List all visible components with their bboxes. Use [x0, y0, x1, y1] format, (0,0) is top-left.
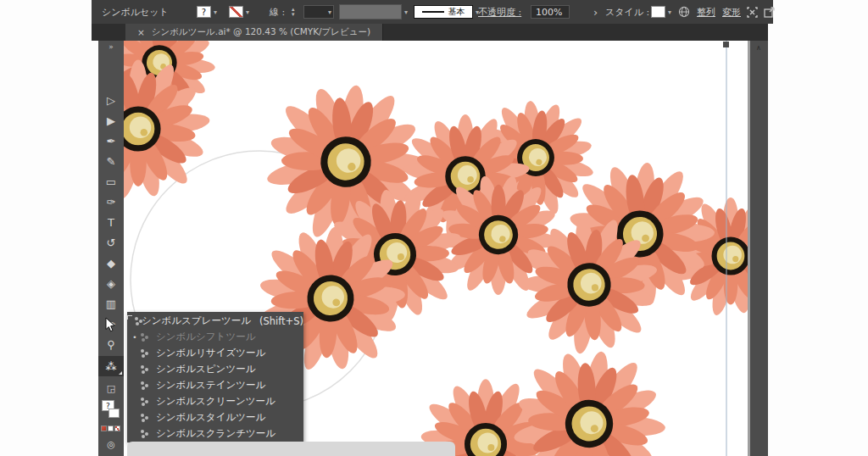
scroll-up-icon[interactable]: ∧: [756, 44, 761, 52]
document-tab[interactable]: × シンボルツール.ai* @ 120.43 % (CMYK/プレビュー): [125, 24, 383, 41]
style-label: スタイル :: [605, 0, 649, 24]
stroke-weight-stepper[interactable]: ▴▾: [292, 0, 295, 24]
chevron-down-icon[interactable]: ▾: [404, 8, 408, 16]
menu-item-symbol-styler[interactable]: シンボルスタイルツール: [127, 409, 303, 425]
app-window: シンボルセット ? ▾ ▾ 線 : ▴▾ ▾ ▾ 基本 ▾ 不透明度 : 100…: [0, 0, 868, 456]
zoom-tool[interactable]: ⚲: [98, 334, 124, 354]
stroke-weight-select[interactable]: ▾: [303, 0, 334, 24]
menu-item-label: シンボルシフトツール: [156, 331, 255, 343]
current-tool-bullet: •: [131, 333, 139, 342]
paintbrush-tool[interactable]: ✑: [98, 192, 124, 212]
toolbar: » ▷▶✒✎▭✑T↺◆◈▥✏⚲ ⁂ ◲ ? ◎ ▣ ⋯: [98, 41, 124, 456]
menu-item-symbol-screener[interactable]: シンボルスクリーンツール: [127, 393, 303, 409]
tear-off-mark: [127, 315, 132, 320]
menu-item-symbol-stainer[interactable]: シンボルステインツール: [127, 377, 303, 393]
direct-selection-tool[interactable]: ▶: [98, 110, 124, 131]
gradient-tool[interactable]: ▥: [98, 293, 124, 314]
none-mini-swatch[interactable]: [114, 425, 120, 431]
menu-item-label: シンボルスプレーツール: [142, 314, 251, 327]
symbol-tools-flyout-menu: シンボルスプレーツール(Shift+S)•シンボルシフトツールシンボルリサイズツ…: [127, 312, 303, 442]
eraser-tool[interactable]: ◆: [98, 253, 124, 273]
menu-item-symbol-sprayer[interactable]: シンボルスプレーツール(Shift+S): [127, 313, 303, 329]
document-setup-group[interactable]: [678, 0, 690, 24]
stroke-profile-dropdown[interactable]: 基本 ▾: [414, 0, 479, 24]
control-bar: シンボルセット ? ▾ ▾ 線 : ▴▾ ▾ ▾ 基本 ▾ 不透明度 : 100…: [92, 0, 773, 24]
symbol-styler-icon: [139, 413, 151, 423]
bottom-overlay: [127, 442, 455, 456]
stroke-profile-label: 基本: [448, 6, 465, 18]
tab-bar: × シンボルツール.ai* @ 120.43 % (CMYK/プレビュー): [92, 24, 768, 41]
chevron-down-icon[interactable]: ▾: [214, 8, 217, 16]
symbol-spinner-icon: [139, 364, 151, 375]
menu-item-label: シンボルスピンツール: [156, 363, 255, 375]
free-transform-button[interactable]: [746, 0, 759, 24]
stepper-down-icon[interactable]: ▾: [292, 12, 295, 17]
symbol-shifter-icon: [139, 332, 151, 342]
crosshair-icon: [746, 6, 759, 19]
stroke-none-swatch[interactable]: [229, 6, 243, 18]
curvature-tool[interactable]: ✎: [98, 151, 124, 171]
menu-item-symbol-spinner[interactable]: シンボルスピンツール: [127, 361, 303, 377]
mouse-cursor: [105, 317, 117, 332]
chevron-down-icon[interactable]: ▾: [328, 8, 331, 16]
symbol-sprayer-tool[interactable]: ⁂: [98, 356, 124, 376]
rotate-tool[interactable]: ↺: [98, 232, 124, 253]
chevron-down-icon[interactable]: ▾: [246, 8, 249, 16]
menu-item-shortcut: (Shift+S): [259, 315, 303, 327]
screen-mode-button[interactable]: ▣: [98, 453, 124, 456]
color-mini-swatch[interactable]: [101, 425, 107, 431]
transform-link[interactable]: 変形: [722, 0, 741, 24]
toolbar-collapse-button[interactable]: »: [98, 42, 124, 51]
type-tool[interactable]: T: [98, 212, 124, 232]
fill-style-dropdown[interactable]: ? ▾: [197, 0, 217, 24]
draw-mode-button[interactable]: ◎: [98, 434, 124, 454]
menu-item-symbol-sizer[interactable]: シンボルリサイズツール: [127, 345, 303, 361]
opacity-field[interactable]: 100%: [531, 0, 570, 24]
menu-item-label: シンボルステインツール: [156, 379, 265, 392]
chevron-down-icon[interactable]: ▾: [668, 8, 671, 16]
symbol-scruncher-icon: [139, 429, 151, 439]
style-swatch-dropdown[interactable]: ▾: [651, 0, 671, 24]
symbol-screener-icon: [139, 397, 151, 407]
menu-item-label: シンボルスタイルツール: [156, 411, 265, 424]
symbol-sprayer-icon: [133, 316, 136, 326]
target-label: シンボルセット: [102, 0, 169, 24]
vertical-scrollbar[interactable]: ∧: [748, 41, 768, 456]
close-icon[interactable]: ×: [137, 27, 145, 37]
selection-tool[interactable]: ▷: [98, 90, 124, 110]
globe-icon[interactable]: [678, 6, 690, 18]
style-swatch[interactable]: [651, 6, 665, 18]
menu-item-symbol-shifter[interactable]: •シンボルシフトツール: [127, 329, 303, 345]
stroke-none-dropdown[interactable]: ▾: [229, 0, 249, 24]
rectangle-tool[interactable]: ▭: [98, 171, 124, 192]
export-icon: [763, 6, 776, 19]
share-button[interactable]: [763, 0, 776, 24]
align-link[interactable]: 整列: [697, 0, 715, 24]
pen-tool[interactable]: ✒: [98, 131, 124, 151]
menu-item-symbol-scruncher[interactable]: シンボルスクランチツール: [127, 425, 303, 442]
stroke-proxy[interactable]: [108, 409, 120, 418]
opacity-link[interactable]: 不透明度 :: [478, 0, 521, 24]
brush-definition-field[interactable]: ▾: [339, 0, 408, 24]
fill-unknown-swatch[interactable]: ?: [197, 6, 211, 18]
document-title: シンボルツール.ai* @ 120.43 % (CMYK/プレビュー): [152, 26, 370, 38]
stroke-label: 線 :: [270, 0, 285, 24]
symbol-sizer-icon: [139, 348, 151, 359]
symbol-stainer-icon: [139, 381, 151, 391]
stroke-profile-line: [422, 11, 444, 13]
menu-item-label: シンボルリサイズツール: [156, 347, 265, 359]
shape-builder-tool[interactable]: ◲: [98, 378, 124, 398]
more-options-arrow[interactable]: ›: [593, 0, 598, 24]
width-tool[interactable]: ◈: [98, 273, 124, 293]
menu-item-label: シンボルスクランチツール: [156, 427, 275, 440]
menu-item-label: シンボルスクリーンツール: [156, 395, 275, 408]
gradient-mini-swatch[interactable]: [108, 425, 114, 431]
